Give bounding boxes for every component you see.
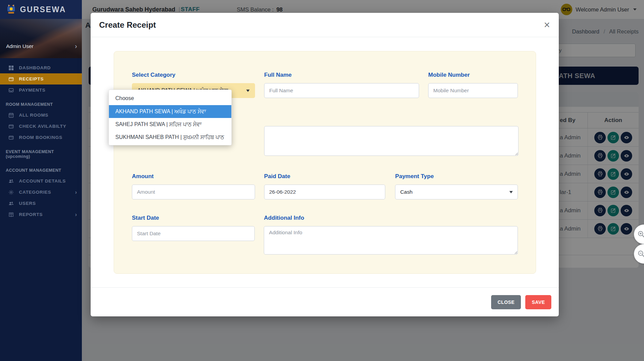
user-name: Admin User [0, 43, 75, 58]
gursewa-logo-icon [5, 4, 17, 15]
modal-footer: CLOSE SAVE [91, 287, 559, 316]
select-category-label: Select Category [132, 71, 255, 79]
logo[interactable]: GURSEWA [0, 0, 82, 19]
modal-header: Create Receipt × [91, 13, 559, 37]
dropdown-option-akhand-path-sewa[interactable]: AKHAND PATH SEWA | ਅਖੰਡ ਪਾਠ ਸੇਵਾ [109, 105, 231, 118]
additional-info-label: Additional Info [264, 214, 518, 222]
report-icon [8, 212, 14, 217]
payment-type-select[interactable]: Cash [395, 185, 518, 199]
sidebar-item-label: CHECK AVILABILTY [19, 124, 77, 129]
address-textarea[interactable] [264, 126, 519, 156]
amount-label: Amount [132, 172, 255, 180]
wallet-icon [8, 123, 14, 129]
save-button[interactable]: SAVE [525, 295, 551, 309]
sidebar-item-label: ACCOUNT DETAILS [19, 178, 77, 184]
modal-title: Create Receipt [99, 20, 156, 30]
sidebar-item-receipts[interactable]: RECEIPTS [0, 73, 82, 85]
full-name-input[interactable] [264, 83, 419, 98]
sidebar-item-categories[interactable]: CATEGORIES› [0, 187, 82, 198]
sidebar-item-label: PAYMENTS [19, 88, 77, 93]
dashboard-icon [8, 65, 14, 71]
wallet-icon [8, 135, 14, 140]
sidebar-item-users[interactable]: USERS [0, 198, 82, 209]
dropdown-option-choose[interactable]: Choose [109, 92, 231, 105]
sidebar-section-event-management: EVENT MANAGEMENT (upcoming) [0, 143, 82, 162]
caret-down-icon [509, 191, 513, 193]
sidebar-item-all-rooms[interactable]: ALL ROOMS [0, 110, 82, 121]
wallet-icon [8, 76, 14, 82]
mobile-number-label: Mobile Number [428, 71, 518, 79]
sidebar-item-account-details[interactable]: ACCOUNT DETAILS [0, 175, 82, 187]
payment-type-label: Payment Type [395, 172, 518, 180]
zoom-in-icon [637, 230, 644, 238]
sidebar-section-room-management: ROOM MANAGEMENT [0, 96, 82, 110]
dropdown-option-sukhmani-saheb-path[interactable]: SUKHMANI SAHEB PATH | ਸੁਖਮਨੀ ਸਾਹਿਬ ਪਾਠ [109, 131, 231, 144]
start-date-label: Start Date [132, 214, 255, 222]
logo-text: GURSEWA [20, 5, 66, 14]
paid-date-input[interactable] [264, 185, 386, 199]
sidebar-item-label: REPORTS [19, 212, 70, 217]
chevron-right-icon: › [75, 42, 82, 58]
sidebar-item-check-avilabilty[interactable]: CHECK AVILABILTY [0, 121, 82, 132]
amount-input[interactable] [132, 185, 255, 199]
close-icon[interactable]: × [544, 20, 550, 30]
modal-body: Select Category AKHAND PATH SEWA | ਅਖੰਡ … [91, 37, 559, 287]
sidebar-user[interactable]: Admin User › [0, 19, 82, 58]
mobile-number-input[interactable] [428, 83, 518, 98]
form-row-4: Start Date Additional Info [132, 214, 518, 256]
sidebar-item-label: ROOM BOOKINGS [19, 135, 77, 140]
users-icon [8, 200, 14, 206]
paid-date-label: Paid Date [264, 172, 386, 180]
create-receipt-modal: Create Receipt × Select Category AKHAND … [91, 13, 559, 316]
gear-icon [8, 189, 14, 195]
sidebar-item-room-bookings[interactable]: ROOM BOOKINGS [0, 132, 82, 143]
sidebar-item-dashboard[interactable]: DASHBOARD [0, 62, 82, 73]
sidebar-item-label: ALL ROOMS [19, 113, 77, 118]
sidebar-item-reports[interactable]: REPORTS› [0, 209, 82, 220]
caret-down-icon [246, 90, 250, 92]
additional-info-textarea[interactable] [264, 226, 518, 255]
full-name-label: Full Name [264, 71, 419, 79]
dropdown-option-sahej-path-sewa[interactable]: SAHEJ PATH SEWA | ਸਹਿਜ ਪਾਠ ਸੇਵਾ [109, 118, 231, 131]
start-date-input[interactable] [132, 226, 255, 241]
users-icon [8, 178, 14, 184]
close-button[interactable]: CLOSE [491, 295, 521, 309]
sidebar-item-label: DASHBOARD [19, 65, 77, 70]
calendar-icon [8, 112, 14, 118]
chevron-right-icon: › [75, 211, 77, 218]
sidebar-item-label: USERS [19, 201, 77, 206]
zoom-out-icon [637, 250, 644, 258]
chevron-right-icon: › [75, 189, 77, 196]
sidebar-menu: DASHBOARDRECEIPTSPAYMENTSROOM MANAGEMENT… [0, 58, 82, 220]
inbox-icon [8, 87, 14, 93]
sidebar-item-label: CATEGORIES [19, 190, 70, 195]
sidebar-section-account-management: ACCOUNT MANAGEMENT [0, 162, 82, 175]
category-dropdown-menu: ChooseAKHAND PATH SEWA | ਅਖੰਡ ਪਾਠ ਸੇਵਾSA… [109, 90, 232, 145]
sidebar-item-label: RECEIPTS [19, 76, 77, 81]
form-row-3: Amount Paid Date Payment Type Cash [132, 172, 518, 199]
payment-type-value: Cash [400, 189, 412, 195]
receipt-form-panel: Select Category AKHAND PATH SEWA | ਅਖੰਡ … [114, 51, 536, 274]
sidebar: GURSEWA Admin User › DASHBOARDRECEIPTSPA… [0, 0, 82, 361]
sidebar-item-payments[interactable]: PAYMENTS [0, 85, 82, 96]
